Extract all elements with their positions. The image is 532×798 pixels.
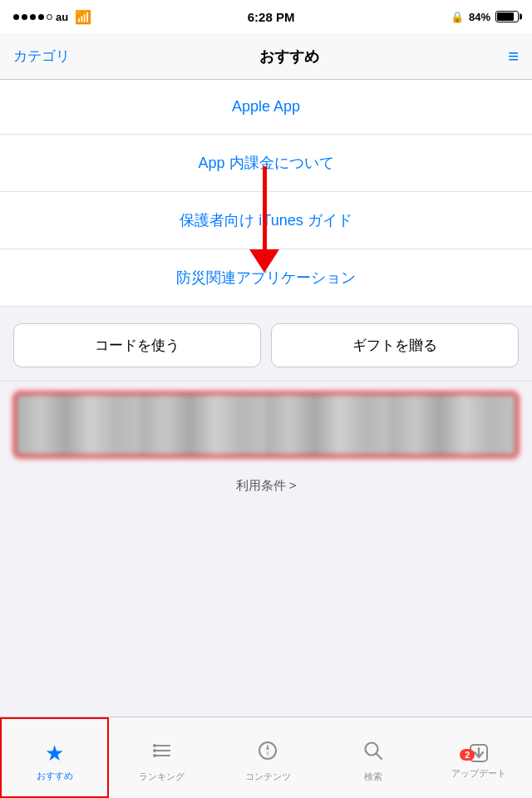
- tab-featured[interactable]: ★ おすすめ: [0, 717, 109, 798]
- lock-icon: 🔒: [451, 11, 464, 23]
- ranking-list-icon: [151, 740, 173, 767]
- svg-marker-7: [266, 744, 269, 751]
- time-display: 6:28 PM: [248, 10, 295, 24]
- svg-point-4: [153, 749, 156, 752]
- terms-row[interactable]: 利用条件 >: [0, 468, 532, 504]
- tab-ranking[interactable]: ランキング: [109, 717, 214, 798]
- status-left: au 📶: [13, 9, 91, 25]
- wifi-icon: 📶: [75, 9, 91, 25]
- tab-updates[interactable]: 2 アップデート: [426, 717, 532, 798]
- list-icon[interactable]: ≡: [508, 46, 519, 67]
- apple-app-link[interactable]: Apple App: [0, 80, 532, 135]
- svg-point-5: [153, 754, 156, 757]
- signal-dots: [13, 14, 52, 20]
- updates-badge: 2: [460, 749, 475, 761]
- categories-button[interactable]: カテゴリ: [13, 47, 70, 66]
- svg-line-10: [377, 753, 382, 759]
- status-right: 🔒 84%: [451, 11, 519, 23]
- use-code-button[interactable]: コードを使う: [13, 323, 261, 367]
- contents-compass-icon: [257, 740, 278, 767]
- page-title: おすすめ: [259, 47, 319, 66]
- featured-star-icon: ★: [45, 741, 64, 766]
- itunes-guide-link[interactable]: 保護者向け iTunes ガイド: [0, 192, 532, 249]
- search-magnifier-icon: [362, 740, 384, 767]
- banner-area: [13, 392, 519, 458]
- carrier-label: au: [56, 11, 68, 23]
- disaster-apps-link[interactable]: 防災関連アプリケーション: [0, 249, 532, 307]
- tab-search[interactable]: 検索: [321, 717, 426, 798]
- action-buttons-row: コードを使う ギフトを贈る: [0, 307, 532, 382]
- main-content: Apple App App 内課金について 保護者向け iTunes ガイド 防…: [0, 80, 532, 307]
- updates-icon-wrap: 2: [468, 742, 490, 764]
- tab-featured-label: おすすめ: [37, 770, 73, 782]
- gift-button[interactable]: ギフトを贈る: [271, 323, 519, 367]
- tab-contents[interactable]: コンテンツ: [214, 717, 320, 798]
- tab-contents-label: コンテンツ: [245, 771, 291, 783]
- svg-marker-8: [266, 751, 269, 757]
- tab-search-label: 検索: [364, 771, 382, 783]
- tab-updates-label: アップデート: [451, 767, 506, 780]
- battery-icon: [495, 11, 519, 22]
- battery-pct: 84%: [469, 11, 490, 23]
- tab-ranking-label: ランキング: [139, 771, 185, 783]
- status-bar: au 📶 6:28 PM 🔒 84%: [0, 0, 532, 33]
- terms-label[interactable]: 利用条件 >: [236, 478, 297, 492]
- nav-bar: カテゴリ おすすめ ≡: [0, 33, 532, 80]
- tab-bar: ★ おすすめ ランキング コンテンツ: [0, 717, 532, 798]
- svg-point-3: [153, 744, 156, 747]
- in-app-purchase-link[interactable]: App 内課金について: [0, 135, 532, 192]
